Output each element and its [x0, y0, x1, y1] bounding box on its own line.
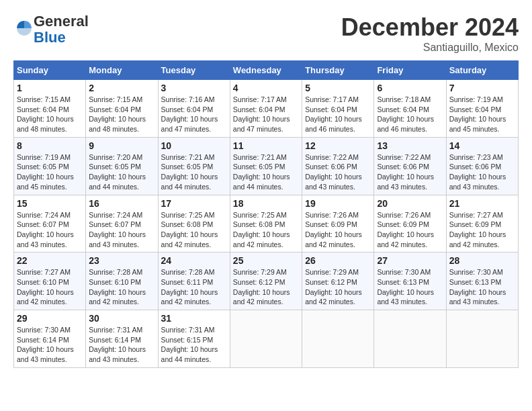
day-cell-12: 12Sunrise: 7:22 AMSunset: 6:06 PMDayligh… [302, 137, 374, 195]
daylight-text: Daylight: 10 hours and 47 minutes. [161, 114, 227, 134]
daylight-text: Daylight: 10 hours and 46 minutes. [305, 114, 371, 134]
day-number: 10 [161, 140, 227, 151]
day-number: 5 [305, 83, 371, 93]
day-info: Sunrise: 7:24 AMSunset: 6:07 PMDaylight:… [89, 210, 154, 250]
sunset-text: Sunset: 6:05 PM [233, 162, 299, 172]
day-number: 8 [17, 140, 83, 151]
sunrise-text: Sunrise: 7:29 AM [305, 267, 371, 277]
sunrise-text: Sunrise: 7:26 AM [377, 210, 443, 220]
sunset-text: Sunset: 6:06 PM [449, 162, 515, 172]
day-cell-16: 16Sunrise: 7:24 AMSunset: 6:07 PMDayligh… [86, 195, 158, 253]
day-number: 19 [305, 198, 371, 209]
day-number: 13 [377, 140, 443, 151]
day-cell-1: 1Sunrise: 7:15 AMSunset: 6:04 PMDaylight… [14, 80, 86, 138]
sunset-text: Sunset: 6:09 PM [449, 220, 515, 230]
day-number: 14 [449, 140, 515, 151]
calendar-week-4: 22Sunrise: 7:27 AMSunset: 6:10 PMDayligh… [14, 253, 519, 310]
daylight-text: Daylight: 10 hours and 44 minutes. [89, 172, 154, 191]
sunset-text: Sunset: 6:04 PM [305, 105, 371, 115]
sunset-text: Sunset: 6:09 PM [377, 220, 443, 230]
day-number: 16 [89, 198, 154, 209]
sunset-text: Sunset: 6:04 PM [377, 105, 443, 115]
day-cell-27: 27Sunrise: 7:30 AMSunset: 6:13 PMDayligh… [374, 253, 446, 310]
day-info: Sunrise: 7:25 AMSunset: 6:08 PMDaylight:… [233, 210, 299, 250]
day-info: Sunrise: 7:31 AMSunset: 6:14 PMDaylight:… [89, 325, 154, 365]
daylight-text: Daylight: 10 hours and 42 minutes. [449, 230, 515, 249]
day-info: Sunrise: 7:17 AMSunset: 6:04 PMDaylight:… [305, 95, 371, 134]
logo-icon [15, 19, 34, 38]
empty-cell [230, 310, 302, 368]
sunrise-text: Sunrise: 7:28 AM [161, 267, 227, 277]
day-cell-8: 8Sunrise: 7:19 AMSunset: 6:05 PMDaylight… [14, 137, 86, 195]
day-cell-4: 4Sunrise: 7:17 AMSunset: 6:04 PMDaylight… [230, 80, 302, 138]
day-info: Sunrise: 7:26 AMSunset: 6:09 PMDaylight:… [377, 210, 443, 250]
day-info: Sunrise: 7:27 AMSunset: 6:10 PMDaylight:… [17, 267, 83, 307]
sunset-text: Sunset: 6:08 PM [161, 220, 227, 230]
header-friday: Friday [374, 61, 446, 80]
day-number: 25 [233, 255, 299, 266]
day-number: 30 [89, 313, 154, 324]
sunset-text: Sunset: 6:05 PM [161, 162, 227, 172]
empty-cell [374, 310, 446, 368]
day-info: Sunrise: 7:30 AMSunset: 6:14 PMDaylight:… [17, 325, 83, 365]
day-cell-7: 7Sunrise: 7:19 AMSunset: 6:04 PMDaylight… [446, 80, 518, 138]
sunset-text: Sunset: 6:12 PM [305, 277, 371, 287]
sunrise-text: Sunrise: 7:15 AM [17, 95, 83, 105]
sunrise-text: Sunrise: 7:30 AM [449, 267, 515, 277]
day-number: 4 [233, 83, 299, 93]
daylight-text: Daylight: 10 hours and 48 minutes. [17, 114, 83, 134]
daylight-text: Daylight: 10 hours and 42 minutes. [233, 287, 299, 307]
day-cell-22: 22Sunrise: 7:27 AMSunset: 6:10 PMDayligh… [14, 253, 86, 310]
sunset-text: Sunset: 6:13 PM [377, 277, 443, 287]
calendar-table: SundayMondayTuesdayWednesdayThursdayFrid… [13, 60, 519, 368]
header-monday: Monday [86, 61, 158, 80]
sunrise-text: Sunrise: 7:16 AM [161, 95, 227, 105]
sunset-text: Sunset: 6:13 PM [449, 277, 515, 287]
day-number: 22 [17, 255, 83, 266]
daylight-text: Daylight: 10 hours and 42 minutes. [17, 287, 83, 307]
day-cell-9: 9Sunrise: 7:20 AMSunset: 6:05 PMDaylight… [86, 137, 158, 195]
day-cell-20: 20Sunrise: 7:26 AMSunset: 6:09 PMDayligh… [374, 195, 446, 253]
daylight-text: Daylight: 10 hours and 43 minutes. [17, 345, 83, 364]
day-info: Sunrise: 7:21 AMSunset: 6:05 PMDaylight:… [233, 152, 299, 192]
sunset-text: Sunset: 6:04 PM [449, 105, 515, 115]
sunset-text: Sunset: 6:04 PM [89, 105, 154, 115]
sunrise-text: Sunrise: 7:19 AM [17, 152, 83, 163]
day-cell-3: 3Sunrise: 7:16 AMSunset: 6:04 PMDaylight… [158, 80, 230, 138]
daylight-text: Daylight: 10 hours and 43 minutes. [449, 172, 515, 191]
page-header: General Blue December 2024 Santiaguillo,… [13, 13, 519, 54]
day-number: 24 [161, 255, 227, 266]
sunset-text: Sunset: 6:04 PM [17, 105, 83, 115]
day-cell-26: 26Sunrise: 7:29 AMSunset: 6:12 PMDayligh… [302, 253, 374, 310]
sunrise-text: Sunrise: 7:25 AM [233, 210, 299, 220]
day-number: 7 [449, 83, 515, 93]
day-info: Sunrise: 7:26 AMSunset: 6:09 PMDaylight:… [305, 210, 371, 250]
header-saturday: Saturday [446, 61, 518, 80]
daylight-text: Daylight: 10 hours and 43 minutes. [449, 287, 515, 307]
daylight-text: Daylight: 10 hours and 43 minutes. [17, 230, 83, 249]
sunset-text: Sunset: 6:08 PM [233, 220, 299, 230]
empty-cell [446, 310, 518, 368]
sunset-text: Sunset: 6:12 PM [233, 277, 299, 287]
daylight-text: Daylight: 10 hours and 45 minutes. [17, 172, 83, 191]
day-cell-21: 21Sunrise: 7:27 AMSunset: 6:09 PMDayligh… [446, 195, 518, 253]
daylight-text: Daylight: 10 hours and 42 minutes. [233, 230, 299, 249]
day-number: 27 [377, 255, 443, 266]
day-info: Sunrise: 7:23 AMSunset: 6:06 PMDaylight:… [449, 152, 515, 192]
day-cell-25: 25Sunrise: 7:29 AMSunset: 6:12 PMDayligh… [230, 253, 302, 310]
day-info: Sunrise: 7:25 AMSunset: 6:08 PMDaylight:… [161, 210, 227, 250]
day-info: Sunrise: 7:29 AMSunset: 6:12 PMDaylight:… [233, 267, 299, 307]
day-cell-29: 29Sunrise: 7:30 AMSunset: 6:14 PMDayligh… [14, 310, 86, 368]
day-cell-13: 13Sunrise: 7:22 AMSunset: 6:06 PMDayligh… [374, 137, 446, 195]
daylight-text: Daylight: 10 hours and 43 minutes. [89, 230, 154, 249]
day-number: 15 [17, 198, 83, 209]
sunrise-text: Sunrise: 7:31 AM [89, 325, 154, 335]
sunrise-text: Sunrise: 7:29 AM [233, 267, 299, 277]
sunrise-text: Sunrise: 7:27 AM [449, 210, 515, 220]
day-cell-6: 6Sunrise: 7:18 AMSunset: 6:04 PMDaylight… [374, 80, 446, 138]
sunrise-text: Sunrise: 7:30 AM [377, 267, 443, 277]
day-number: 29 [17, 313, 83, 324]
logo-text: General Blue [34, 13, 89, 46]
day-number: 11 [233, 140, 299, 151]
day-number: 21 [449, 198, 515, 209]
